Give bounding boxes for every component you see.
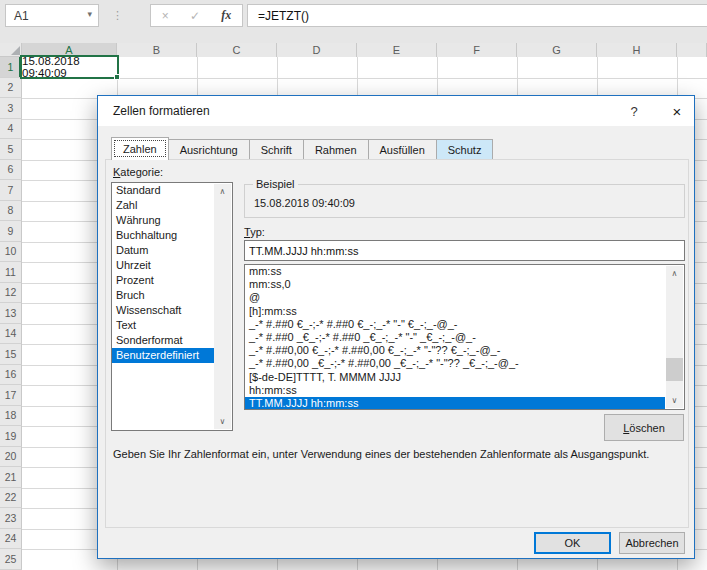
row-header-23[interactable]: 23 xyxy=(0,508,22,529)
category-item-zahl[interactable]: Zahl xyxy=(112,198,215,213)
category-item-text[interactable]: Text xyxy=(112,318,215,333)
row-header-24[interactable]: 24 xyxy=(0,529,22,550)
dialog-title: Zellen formatieren xyxy=(113,104,210,118)
column-header-C[interactable]: C xyxy=(197,43,277,57)
cancel-button[interactable]: Abbrechen xyxy=(619,532,685,554)
category-label: Kategorie: xyxy=(113,166,163,178)
category-item-prozent[interactable]: Prozent xyxy=(112,273,215,288)
category-item-buchhaltung[interactable]: Buchhaltung xyxy=(112,228,215,243)
format-code-item-6[interactable]: _-* #.##0,00 €_-;-* #.##0,00 €_-;_-* "-"… xyxy=(245,344,665,357)
row-header-22[interactable]: 22 xyxy=(0,488,22,509)
dialog-close-icon[interactable]: × xyxy=(664,100,690,122)
row-header-21[interactable]: 21 xyxy=(0,467,22,488)
select-all-corner[interactable] xyxy=(0,43,22,57)
row-header-1[interactable]: 1 xyxy=(0,57,22,78)
scroll-up-icon[interactable]: ∧ xyxy=(666,266,683,281)
cancel-entry-icon[interactable]: × xyxy=(162,9,169,23)
format-code-item-5[interactable]: _-* #.##0 _€_-;-* #.##0 _€_-;_-* "-" _€_… xyxy=(245,331,665,344)
row-header-25[interactable]: 25 xyxy=(0,549,22,570)
delete-button[interactable]: Löschen xyxy=(604,414,684,441)
category-item-wissenschaft[interactable]: Wissenschaft xyxy=(112,303,215,318)
category-scrollbar[interactable]: ∧ ∨ xyxy=(214,184,231,429)
example-label: Beispiel xyxy=(253,178,298,190)
category-item-bruch[interactable]: Bruch xyxy=(112,288,215,303)
row-header-8[interactable]: 8 xyxy=(0,201,22,222)
column-header-D[interactable]: D xyxy=(277,43,357,57)
scroll-up-icon[interactable]: ∧ xyxy=(214,184,231,199)
row-header-14[interactable]: 14 xyxy=(0,324,22,345)
example-value: 15.08.2018 09:40:09 xyxy=(254,197,355,209)
format-code-listbox[interactable]: mm:ssmm:ss,0@[h]:mm:ss_-* #.##0 €_-;-* #… xyxy=(244,264,685,410)
column-header-F[interactable]: F xyxy=(437,43,517,57)
insert-function-icon[interactable]: fx xyxy=(221,8,231,23)
delete-button-label: Löschen xyxy=(623,422,665,434)
format-code-item-4[interactable]: _-* #.##0 €_-;-* #.##0 €_-;_-* "-" €_-;_… xyxy=(245,318,665,331)
selected-cell-a1[interactable]: 15.08.2018 09:40:09 xyxy=(20,55,119,79)
row-header-4[interactable]: 4 xyxy=(0,119,22,140)
name-box-dropdown-icon[interactable]: ▾ xyxy=(87,9,92,19)
tab-schutz[interactable]: Schutz xyxy=(436,139,494,159)
tab-rahmen[interactable]: Rahmen xyxy=(303,139,369,159)
formula-bar: A1 ▾ ⋮ × ✓ fx =JETZT() xyxy=(0,0,707,43)
format-code-item-7[interactable]: _-* #.##0,00 _€_-;-* #.##0,00 _€_-;_-* "… xyxy=(245,357,665,370)
name-box[interactable]: A1 ▾ xyxy=(5,4,99,27)
column-header-B[interactable]: B xyxy=(117,43,197,57)
gridline-horizontal xyxy=(22,78,707,79)
row-header-19[interactable]: 19 xyxy=(0,426,22,447)
select-all-triangle-icon xyxy=(11,46,20,55)
scroll-down-icon[interactable]: ∨ xyxy=(666,393,683,408)
row-header-20[interactable]: 20 xyxy=(0,447,22,468)
row-header-5[interactable]: 5 xyxy=(0,139,22,160)
name-box-value: A1 xyxy=(14,9,29,23)
row-header-16[interactable]: 16 xyxy=(0,365,22,386)
tab-ausfüllen[interactable]: Ausfüllen xyxy=(368,139,437,159)
category-item-uhrzeit[interactable]: Uhrzeit xyxy=(112,258,215,273)
formula-bar-buttons: × ✓ fx xyxy=(150,4,243,27)
row-header-6[interactable]: 6 xyxy=(0,160,22,181)
formula-input[interactable]: =JETZT() xyxy=(247,4,707,27)
ok-button[interactable]: OK xyxy=(534,532,611,554)
column-header-G[interactable]: G xyxy=(517,43,597,57)
format-code-item-1[interactable]: mm:ss,0 xyxy=(245,278,665,291)
type-input[interactable] xyxy=(244,240,685,261)
row-header-3[interactable]: 3 xyxy=(0,98,22,119)
tab-ausrichtung[interactable]: Ausrichtung xyxy=(168,139,250,159)
confirm-entry-icon[interactable]: ✓ xyxy=(190,9,200,23)
category-item-währung[interactable]: Währung xyxy=(112,213,215,228)
column-header-E[interactable]: E xyxy=(357,43,437,57)
row-header-9[interactable]: 9 xyxy=(0,221,22,242)
row-header-10[interactable]: 10 xyxy=(0,242,22,263)
format-code-item-8[interactable]: [$-de-DE]TTTT, T. MMMM JJJJ xyxy=(245,371,665,384)
format-code-item-3[interactable]: [h]:mm:ss xyxy=(245,305,665,318)
row-header-2[interactable]: 2 xyxy=(0,78,22,99)
dialog-help-icon[interactable]: ? xyxy=(622,100,646,122)
type-label: Typ: xyxy=(244,226,265,238)
tab-schrift[interactable]: Schrift xyxy=(249,139,304,159)
column-header-H[interactable]: H xyxy=(597,43,677,57)
category-listbox[interactable]: StandardZahlWährungBuchhaltungDatumUhrze… xyxy=(111,182,233,431)
fill-handle[interactable] xyxy=(114,74,120,80)
column-header-partial[interactable] xyxy=(677,43,707,57)
format-scrollbar[interactable]: ∧ ∨ xyxy=(666,266,683,408)
format-code-item-9[interactable]: hh:mm:ss xyxy=(245,384,665,397)
formula-bar-grip-icon: ⋮ xyxy=(112,4,123,27)
scrollbar-thumb[interactable] xyxy=(666,358,683,381)
format-code-item-10[interactable]: TT.MM.JJJJ hh:mm:ss xyxy=(245,397,665,410)
row-header-17[interactable]: 17 xyxy=(0,385,22,406)
category-item-datum[interactable]: Datum xyxy=(112,243,215,258)
category-item-standard[interactable]: Standard xyxy=(112,183,215,198)
row-header-18[interactable]: 18 xyxy=(0,406,22,427)
dialog-description: Geben Sie Ihr Zahlenformat ein, unter Ve… xyxy=(113,448,688,460)
row-header-12[interactable]: 12 xyxy=(0,283,22,304)
category-item-benutzerdefiniert[interactable]: Benutzerdefiniert xyxy=(112,348,215,363)
format-code-item-2[interactable]: @ xyxy=(245,291,665,304)
dialog-titlebar[interactable]: Zellen formatieren ? × xyxy=(98,96,694,126)
row-header-13[interactable]: 13 xyxy=(0,303,22,324)
row-header-15[interactable]: 15 xyxy=(0,344,22,365)
scroll-down-icon[interactable]: ∨ xyxy=(214,414,231,429)
row-header-7[interactable]: 7 xyxy=(0,180,22,201)
category-item-sonderformat[interactable]: Sonderformat xyxy=(112,333,215,348)
format-code-item-0[interactable]: mm:ss xyxy=(245,265,665,278)
row-header-11[interactable]: 11 xyxy=(0,262,22,283)
tab-zahlen[interactable]: Zahlen xyxy=(111,137,169,160)
